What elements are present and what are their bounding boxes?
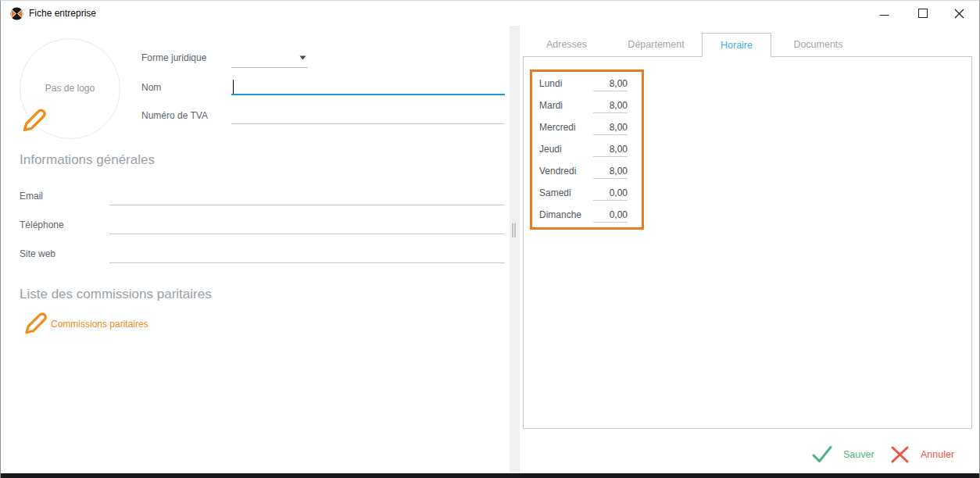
checkmark-icon xyxy=(812,445,832,464)
tab-adresses[interactable]: Adresses xyxy=(523,33,610,56)
tva-input[interactable] xyxy=(231,107,505,124)
minimize-icon xyxy=(879,9,889,18)
schedule-row: Lundi xyxy=(532,73,642,95)
edit-commissions-pencil-icon[interactable] xyxy=(21,310,48,337)
hours-input-lundi[interactable] xyxy=(593,76,628,91)
hours-input-jeudi[interactable] xyxy=(593,141,628,157)
hours-input-mardi[interactable] xyxy=(593,98,628,113)
schedule-row: Jeudi xyxy=(532,138,642,160)
panel-splitter[interactable] xyxy=(510,26,520,474)
title-bar: Fiche entreprise xyxy=(1,1,979,26)
tab-documents[interactable]: Documents xyxy=(771,33,865,56)
schedule-row: Mardi xyxy=(532,95,642,116)
schedule-highlight-box: Lundi Mardi Mercredi Jeudi Vendredi Same… xyxy=(530,70,644,230)
day-label: Samedi xyxy=(539,187,571,198)
schedule-row: Vendredi xyxy=(532,160,642,182)
forme-juridique-label: Forme juridique xyxy=(141,52,206,63)
app-logo-icon xyxy=(10,7,23,20)
tva-label: Numéro de TVA xyxy=(141,110,208,121)
schedule-row: Mercredi xyxy=(532,116,642,138)
hours-input-vendredi[interactable] xyxy=(593,163,628,179)
fiche-entreprise-window: Fiche entreprise Pas de logo Forme jurid… xyxy=(0,0,980,478)
window-title: Fiche entreprise xyxy=(29,8,96,19)
day-label: Lundi xyxy=(539,78,562,89)
site-web-input[interactable] xyxy=(109,246,505,263)
hours-input-dimanche[interactable] xyxy=(593,207,628,223)
edit-logo-pencil-icon[interactable] xyxy=(19,106,47,134)
general-section-title: Informations générales xyxy=(20,152,155,168)
tab-strip: Adresses Département Horaire Documents xyxy=(523,33,865,56)
hours-input-samedi[interactable] xyxy=(593,185,628,201)
maximize-button[interactable] xyxy=(904,1,941,26)
save-button[interactable]: Sauver xyxy=(812,443,874,466)
commissions-paritaires-link[interactable]: Commissions paritaires xyxy=(51,319,148,330)
telephone-input[interactable] xyxy=(109,217,505,234)
hours-input-mercredi[interactable] xyxy=(593,120,628,135)
splitter-grip xyxy=(512,223,517,237)
email-input[interactable] xyxy=(109,188,505,205)
schedule-row: Dimanche xyxy=(532,204,642,226)
maximize-icon xyxy=(918,9,928,18)
nom-label: Nom xyxy=(141,82,161,93)
site-web-label: Site web xyxy=(20,248,55,259)
text-caret xyxy=(233,80,234,94)
taskbar-strip xyxy=(1,473,979,478)
schedule-row: Samedi xyxy=(532,182,642,204)
tab-horaire[interactable]: Horaire xyxy=(702,33,771,57)
x-icon xyxy=(890,445,910,464)
day-label: Mardi xyxy=(539,100,563,111)
chevron-down-icon xyxy=(299,55,306,60)
cancel-button[interactable]: Annuler xyxy=(890,443,954,466)
forme-juridique-select[interactable] xyxy=(231,49,308,68)
day-label: Mercredi xyxy=(539,122,576,133)
day-label: Jeudi xyxy=(539,144,562,155)
save-button-label: Sauver xyxy=(843,449,874,460)
email-label: Email xyxy=(20,191,43,202)
commissions-section-title: Liste des commissions paritaires xyxy=(20,287,212,302)
tab-departement[interactable]: Département xyxy=(610,33,702,56)
cancel-button-label: Annuler xyxy=(921,449,954,460)
nom-input[interactable] xyxy=(231,78,505,95)
telephone-label: Téléphone xyxy=(20,219,64,230)
minimize-button[interactable] xyxy=(866,1,903,26)
day-label: Dimanche xyxy=(539,209,581,220)
day-label: Vendredi xyxy=(539,166,576,177)
close-icon xyxy=(954,9,964,19)
close-button[interactable] xyxy=(941,1,978,26)
